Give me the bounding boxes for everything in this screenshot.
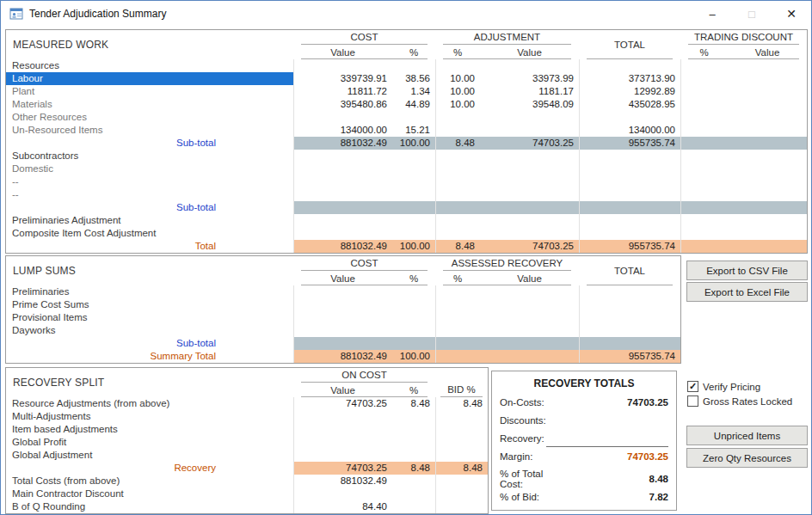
table-row[interactable]: Multi-Adjustments — [6, 410, 488, 423]
recovery-total-value — [546, 429, 668, 447]
verify-pricing-checkbox[interactable]: Verify Pricing — [687, 380, 760, 393]
table-row[interactable]: Sub-total881032.49100.008.4874703.259557… — [6, 137, 807, 150]
table-row[interactable]: Provisional Items — [6, 311, 680, 324]
cell — [680, 188, 728, 201]
window-title: Tender Adjudication Summary — [29, 8, 166, 20]
cell — [392, 188, 435, 201]
table-row[interactable]: Plant11811.721.3410.001181.1712992.89 — [6, 85, 807, 98]
table-row[interactable]: Labour339739.9138.5610.0033973.99373713.… — [6, 72, 807, 85]
row-label: Domestic — [6, 162, 293, 175]
cell — [680, 111, 728, 124]
cell — [293, 423, 392, 436]
cell — [293, 175, 392, 188]
cell: 10.00 — [435, 85, 480, 98]
cell: 1181.17 — [480, 85, 579, 98]
cell — [392, 436, 435, 449]
row-label: Total Costs (from above) — [6, 475, 293, 487]
unpriced-items-button[interactable]: Unpriced Items — [686, 426, 808, 445]
cell: 11811.72 — [293, 85, 392, 98]
export-csv-button[interactable]: Export to CSV File — [686, 261, 808, 280]
table-row[interactable]: Global Adjustment — [6, 449, 488, 462]
cell — [392, 311, 435, 324]
table-row[interactable]: Dayworks — [6, 324, 680, 337]
cell — [293, 311, 392, 324]
cell — [728, 201, 807, 214]
table-row[interactable]: Preliminaries — [6, 285, 680, 298]
cell — [680, 214, 728, 227]
recovery-total-value: 74703.25 — [546, 397, 668, 408]
table-row[interactable]: Materials395480.8644.8910.0039548.094350… — [6, 98, 807, 111]
table-row[interactable]: Total881032.49100.008.4874703.25955735.7… — [6, 240, 807, 253]
table-row[interactable]: Prime Cost Sums — [6, 298, 680, 311]
table-row[interactable]: Preliminaries Adjustment — [6, 214, 807, 227]
recovery-total-label: Recovery: — [500, 433, 546, 444]
window-controls: – □ ✕ — [692, 1, 811, 27]
cell: 74703.25 — [480, 137, 579, 150]
cell: 435028.95 — [579, 98, 680, 111]
recovery-total-label: % of Total Cost: — [500, 469, 546, 489]
lump-sums-section: LUMP SUMS COST ASSESSED RECOVERY TOTAL V… — [5, 255, 681, 364]
cell: 955735.74 — [579, 240, 680, 253]
table-row[interactable]: Total Costs (from above)881032.49 — [6, 475, 488, 487]
table-row[interactable]: Main Contractor Discount — [6, 487, 488, 500]
zero-qty-resources-button[interactable]: Zero Qty Resources — [686, 448, 808, 468]
table-row[interactable]: Global Profit — [6, 436, 488, 449]
tender-adjudication-window: Tender Adjudication Summary – □ ✕ MEASUR… — [0, 0, 812, 515]
cell — [680, 85, 728, 98]
table-row[interactable]: Un-Resourced Items134000.0015.21134000.0… — [6, 124, 807, 137]
cell — [680, 98, 728, 111]
maximize-button[interactable]: □ — [732, 1, 772, 27]
table-row[interactable]: Composite Item Cost Adjustment — [6, 227, 807, 240]
cell — [293, 449, 392, 462]
table-row[interactable]: Domestic — [6, 162, 807, 175]
cell — [728, 59, 807, 72]
cell — [293, 298, 392, 311]
measured-work-rows: ResourcesLabour339739.9138.5610.0033973.… — [6, 59, 807, 253]
cell: 15.21 — [392, 124, 435, 137]
row-label: Resources — [6, 59, 293, 72]
recovery-totals-rows: On-Costs:74703.25Discounts:Recovery:Marg… — [492, 393, 676, 506]
cell: 10.00 — [435, 72, 480, 85]
table-row[interactable]: Resources — [6, 59, 807, 72]
table-row[interactable]: -- — [6, 175, 807, 188]
cell — [435, 311, 480, 324]
row-label: Sub-total — [6, 337, 293, 350]
table-row[interactable]: Summary Total881032.49100.00955735.74 — [6, 350, 680, 363]
table-row[interactable]: -- — [6, 188, 807, 201]
table-row[interactable]: Other Resources — [6, 111, 807, 124]
cell — [392, 59, 435, 72]
measured-work-section: MEASURED WORK COST ADJUSTMENT TOTAL TRAD… — [5, 29, 808, 254]
cell — [293, 162, 392, 175]
table-row[interactable]: Subcontractors — [6, 150, 807, 162]
cell: 74703.25 — [480, 240, 579, 253]
cell — [480, 59, 579, 72]
table-row[interactable]: Recovery74703.258.488.48 — [6, 462, 488, 475]
close-button[interactable]: ✕ — [772, 1, 811, 27]
cell — [435, 298, 480, 311]
checkbox-icon — [687, 395, 698, 407]
export-excel-button[interactable]: Export to Excel File — [686, 282, 808, 302]
titlebar: Tender Adjudication Summary – □ ✕ — [1, 1, 811, 27]
table-row[interactable]: Sub-total — [6, 201, 807, 214]
cell — [392, 214, 435, 227]
cell — [728, 240, 807, 253]
cell — [579, 150, 680, 162]
cell — [728, 150, 807, 162]
lump-sums-header: LUMP SUMS COST ASSESSED RECOVERY TOTAL V… — [6, 256, 680, 285]
table-row[interactable]: Resource Adjustments (from above)74703.2… — [6, 397, 488, 410]
gross-rates-locked-checkbox[interactable]: Gross Rates Locked — [687, 395, 792, 408]
cell: 44.89 — [392, 98, 435, 111]
table-row[interactable]: Sub-total — [6, 337, 680, 350]
table-row[interactable]: Item based Adjustments — [6, 423, 488, 436]
cell — [392, 337, 435, 350]
cell — [480, 201, 579, 214]
row-label: Other Resources — [6, 111, 293, 124]
row-label: Recovery — [6, 462, 293, 475]
table-row[interactable]: B of Q Rounding84.40 — [6, 500, 488, 513]
cell — [435, 500, 488, 513]
cell: 33973.99 — [480, 72, 579, 85]
cell — [435, 162, 480, 175]
minimize-button[interactable]: – — [692, 1, 732, 27]
cell — [728, 111, 807, 124]
cell — [579, 111, 680, 124]
